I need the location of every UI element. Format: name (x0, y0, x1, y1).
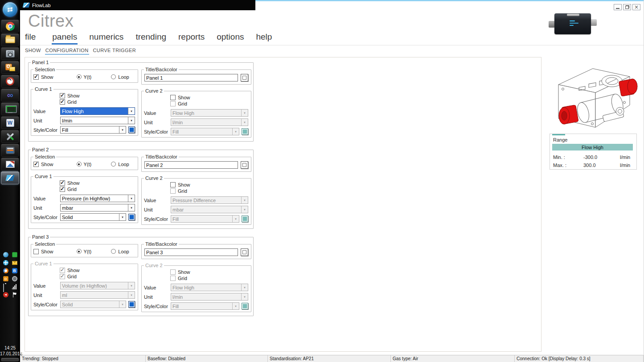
page-title: Citrex (28, 12, 74, 31)
chevron-down-icon: ▼ (119, 214, 126, 220)
panel-2-loop-radio[interactable] (111, 162, 116, 167)
panel-2-curve-1-value-dropdown[interactable]: Pressure (in Highflow)▼ (60, 195, 135, 202)
taskbar-outlook-button[interactable] (1, 61, 19, 74)
panel-3-curve-2-color-swatch[interactable] (242, 303, 248, 309)
bluetooth-tray-icon[interactable]: B (12, 268, 17, 273)
menu-options[interactable]: options (216, 32, 244, 45)
device-right-port (591, 19, 597, 26)
grid-label: Grid (178, 188, 187, 194)
tabbar: SHOW CONFIGURATION CURVE TRIGGER (25, 48, 136, 55)
menu-trending[interactable]: trending (135, 32, 167, 45)
panel-2-yt-radio[interactable] (77, 162, 82, 167)
panel-2-curve-2-color-swatch[interactable] (242, 216, 248, 222)
panel-3-loop-radio[interactable] (111, 249, 116, 254)
panel-2-backcolor-button[interactable] (241, 161, 248, 169)
close-icon: × (634, 4, 639, 10)
taskbar-chrome-button[interactable] (1, 20, 19, 33)
taskbar-infinity-button[interactable]: ∞ (1, 89, 19, 102)
panel-1-curve-1-value-dropdown[interactable]: Flow High▼ (60, 107, 135, 115)
panel-2-curve-1-style-dropdown[interactable]: Solid▼ (60, 213, 126, 221)
volume-device-tray-icon[interactable] (12, 276, 17, 281)
panel-2-show-checkbox[interactable] (33, 162, 39, 167)
restore-button[interactable] (623, 4, 631, 10)
panel-2-title-input[interactable] (144, 161, 238, 169)
panel-2-curve-1-unit-dropdown[interactable]: mbar▼ (60, 204, 135, 212)
panel-2-curve-2-show-checkbox[interactable] (170, 182, 176, 187)
taskbar-clock[interactable]: 14:25 17.01.2014 (0, 345, 20, 357)
unit-label: Unit (33, 118, 60, 123)
panel-1-curve-1-show-checkbox[interactable] (60, 93, 65, 98)
flag-tray-icon[interactable] (12, 292, 17, 297)
muted-speaker-tray-icon[interactable] (3, 292, 8, 297)
taskbar-image-viewer-button[interactable] (1, 158, 19, 171)
sync-tray-icon[interactable] (3, 268, 8, 273)
green-status-tray-icon[interactable] (12, 252, 17, 257)
panel-1-curve-1-unit-dropdown[interactable]: l/min▼ (60, 117, 135, 124)
menu-numerics[interactable]: numerics (89, 32, 124, 45)
orange-app-tray-icon[interactable] (3, 276, 8, 281)
device-screen (570, 20, 583, 29)
show-label: Show (41, 249, 53, 254)
snowflake-tray-icon[interactable] (3, 260, 8, 265)
panel-1-yt-radio[interactable] (77, 74, 82, 79)
taskbar-remote-desktop-button[interactable] (1, 102, 19, 115)
grid-label: Grid (67, 274, 77, 279)
battery-tray-icon[interactable] (3, 284, 8, 289)
panel-2-group: Panel 2 Selection Show Y(t) Loop (28, 147, 254, 229)
panel-1-curve-1-grid-checkbox[interactable] (60, 99, 65, 105)
panel-1-curve-2-color-swatch[interactable] (242, 128, 248, 135)
panel-1-curve-1-color-swatch[interactable] (128, 126, 135, 133)
value-label: Value (33, 283, 60, 289)
chevron-down-icon: ▼ (241, 197, 248, 203)
tab-show[interactable]: SHOW (25, 48, 41, 55)
tab-curve-trigger[interactable]: CURVE TRIGGER (93, 48, 136, 55)
mail-tray-icon[interactable] (12, 261, 17, 265)
tab-configuration[interactable]: CONFIGURATION (45, 48, 89, 55)
network-tray-icon[interactable] (3, 252, 8, 257)
panel-3-title-input[interactable] (144, 248, 238, 256)
taskbar-word-button[interactable]: W (1, 116, 19, 129)
panel-3-backcolor-button[interactable] (241, 248, 248, 256)
chevron-down-icon: ▼ (241, 206, 248, 213)
windows-taskbar: ∞ W B 14:25 17.01.2014 (0, 0, 20, 362)
menu-panels[interactable]: panels (52, 32, 78, 45)
titlebar: FlowLab (20, 0, 255, 10)
loop-label: Loop (118, 74, 129, 80)
panel-2-curve-1-grid-checkbox[interactable] (60, 187, 65, 192)
panel-2-curve-1-show-checkbox[interactable] (60, 180, 65, 186)
panel-1-backcolor-button[interactable] (241, 74, 248, 81)
panel-1-curve-2-grid-checkbox[interactable] (170, 101, 176, 106)
menubar: file panels numerics trending reports op… (25, 32, 272, 45)
menu-file[interactable]: file (25, 32, 36, 45)
window-controls: × (614, 4, 640, 10)
signal-tray-icon[interactable] (12, 284, 17, 289)
panel-1-curve-1-style-dropdown[interactable]: Fill▼ (60, 126, 126, 134)
title-backcolor-legend: Title/Backcolor (144, 154, 179, 159)
panel-3-curve-1-color-swatch[interactable] (128, 301, 135, 308)
panel-3-yt-radio[interactable] (77, 249, 82, 254)
windows-logo-icon (8, 7, 12, 12)
panel-2-curve-2-grid-checkbox[interactable] (170, 188, 176, 194)
panel-1-show-checkbox[interactable] (33, 74, 39, 80)
menu-reports[interactable]: reports (178, 32, 205, 45)
panel-1-curve-2-show-checkbox[interactable] (170, 95, 176, 100)
menu-help[interactable]: help (255, 32, 272, 45)
dropdown-value: Pressure Difference (171, 198, 241, 203)
close-button[interactable]: × (632, 4, 640, 10)
panel-1-selection-group: Selection Show Y(t) Loop (31, 67, 138, 83)
taskbar-vmware-button[interactable] (1, 144, 19, 157)
panel-1-title-input[interactable] (144, 74, 238, 81)
taskbar-file-explorer-button[interactable] (1, 33, 19, 46)
taskbar-flowlab-button[interactable] (1, 171, 19, 184)
device-left-port (549, 21, 555, 28)
start-button[interactable] (3, 2, 17, 17)
minimize-button[interactable] (614, 4, 622, 10)
taskbar-tools-button[interactable] (1, 130, 19, 143)
taskbar-safe-button[interactable] (1, 47, 19, 60)
panel-1-loop-radio[interactable] (111, 74, 116, 79)
taskbar-alarm-button[interactable] (1, 75, 19, 88)
panel-2-curve-1-color-swatch[interactable] (128, 214, 135, 220)
show-desktop-button[interactable] (1, 358, 19, 361)
tools-icon (5, 133, 15, 141)
panel-3-show-checkbox[interactable] (33, 249, 39, 254)
